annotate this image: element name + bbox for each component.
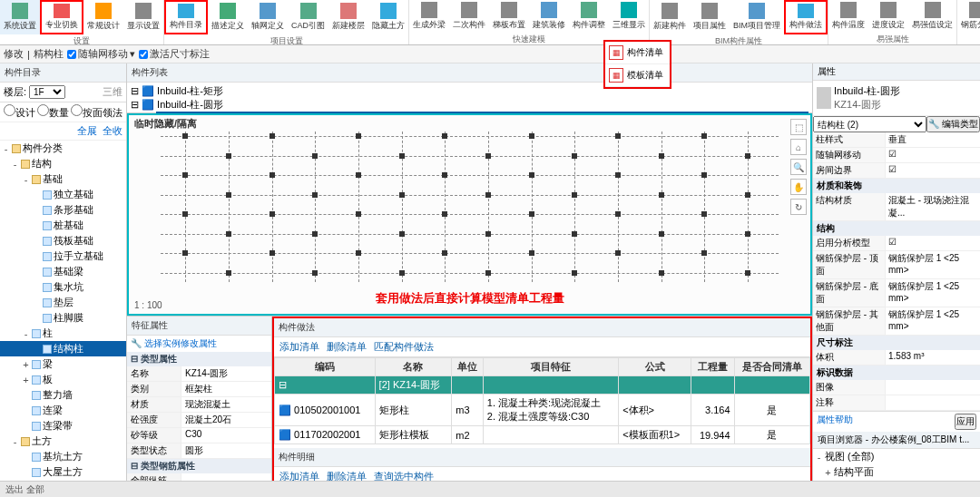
- pan-btn[interactable]: ✋: [790, 179, 807, 195]
- ribbon-新建楼层[interactable]: 新建楼层: [328, 0, 368, 34]
- struct-col-btn[interactable]: 精构柱: [34, 47, 64, 61]
- ribbon-显示设置[interactable]: 显示设置: [123, 0, 163, 34]
- follow-grid-checkbox[interactable]: 随轴网移动 ▾: [67, 47, 135, 61]
- ribbon-新建构件[interactable]: 新建构件: [650, 0, 690, 34]
- tree-node-基础梁[interactable]: 基础梁: [0, 264, 126, 279]
- quant-tab-添加清单[interactable]: 添加清单: [279, 340, 319, 354]
- ribbon-钢筋分析[interactable]: 钢筋分析: [957, 0, 980, 33]
- comp-family[interactable]: ⊟ 🟦 Inbuild-柱-矩形: [131, 84, 808, 98]
- ribbon-构件温度[interactable]: 构件温度: [828, 0, 868, 33]
- ribbon-CAD引图[interactable]: CAD引图: [288, 0, 328, 34]
- type-selector[interactable]: Inbuild-柱-圆形KZ14-圆形: [813, 81, 980, 116]
- prop-row[interactable]: 随轴网移动☑: [813, 148, 980, 163]
- tree-node-板[interactable]: +板: [0, 372, 126, 387]
- tree-node-大屋土方[interactable]: 大屋土方: [0, 464, 126, 480]
- component-tree[interactable]: -构件分类-结构-基础独立基础条形基础桩基础筏板基础拉手立基础基础梁集水坑垫层柱…: [0, 141, 126, 497]
- modify-btn[interactable]: 修改: [4, 47, 24, 61]
- tree-node-集水坑[interactable]: 集水坑: [0, 279, 126, 295]
- ribbon-易强值设定[interactable]: 易强值设定: [908, 0, 956, 33]
- activate-dim-checkbox[interactable]: 激活尺寸标注: [139, 47, 210, 61]
- prop-row[interactable]: 柱样式垂直: [813, 132, 980, 148]
- zoom-btn[interactable]: 🔍: [790, 159, 807, 175]
- ribbon-描述定义[interactable]: 描述定义: [208, 0, 248, 34]
- apply-btn[interactable]: 应用: [955, 414, 976, 430]
- filter-设计[interactable]: 设计: [4, 104, 35, 120]
- ribbon-构件目录[interactable]: 构件目录: [164, 0, 208, 34]
- ribbon-生成外梁[interactable]: 生成外梁: [409, 0, 449, 33]
- table-row[interactable]: 🟦 011702002001矩形柱模板m2<模板面积1>19.944是: [275, 426, 810, 444]
- ribbon-BIM项目管理[interactable]: BIM项目管理: [730, 0, 784, 34]
- tree-node-整力墙[interactable]: 整力墙: [0, 387, 126, 403]
- instance-select[interactable]: 结构柱 (2): [813, 116, 926, 132]
- quant-tab-匹配构件做法[interactable]: 匹配构件做法: [374, 340, 434, 354]
- dropdown-模板清单[interactable]: ▦模板清单: [605, 64, 670, 87]
- prop-row[interactable]: 钢筋保护层 - 顶面钢筋保护层 1 <25 mm>: [813, 251, 980, 279]
- ribbon-二次构件[interactable]: 二次构件: [449, 0, 489, 33]
- ribbon-三维显示[interactable]: 三维显示: [609, 0, 649, 33]
- dropdown-构件清单[interactable]: ▦构件清单: [605, 42, 670, 64]
- orbit-btn[interactable]: ↻: [790, 199, 807, 215]
- ribbon-隐藏土方[interactable]: 隐藏土方: [368, 0, 408, 34]
- ribbon-常规设计[interactable]: 常规设计: [83, 0, 123, 34]
- ribbon-轴网定义[interactable]: 轴网定义: [248, 0, 288, 34]
- ribbon-进度设定[interactable]: 进度设定: [868, 0, 908, 33]
- 3d-toggle-btn[interactable]: 三维: [103, 85, 122, 99]
- tree-node-构件分类[interactable]: -构件分类: [0, 141, 126, 156]
- table-row[interactable]: 🟦 010502001001矩形柱m31. 混凝土种类:现浇混凝土 2. 混凝土…: [275, 395, 810, 426]
- home-view-btn[interactable]: ⌂: [790, 139, 807, 155]
- prop-row[interactable]: 图像: [813, 380, 980, 395]
- tree-node-桩基础[interactable]: 桩基础: [0, 218, 126, 233]
- prop-row[interactable]: 房间边界☑: [813, 163, 980, 179]
- edit-type-btn[interactable]: 🔧 编辑类型: [926, 116, 980, 132]
- prop-row[interactable]: 体积1.583 m³: [813, 350, 980, 365]
- prop-section[interactable]: ⊟ 类型属性: [127, 352, 271, 366]
- comp-family[interactable]: ⊟ 🟦 Inbuild-柱-圆形: [131, 98, 808, 112]
- tree-node-连梁[interactable]: 连梁: [0, 403, 126, 418]
- ribbon-构件调整[interactable]: 构件调整: [569, 0, 609, 33]
- ribbon-项目属性[interactable]: 项目属性: [690, 0, 730, 34]
- tree-node-柱[interactable]: -柱: [0, 326, 126, 341]
- table-row[interactable]: ⊟ [2] KZ14-圆形: [275, 376, 810, 395]
- collapse-all-btn[interactable]: 全收: [103, 124, 122, 138]
- prop-row[interactable]: 钢筋保护层 - 其他面钢筋保护层 1 <25 mm>: [813, 307, 980, 336]
- nav-cube[interactable]: ⬚: [790, 119, 807, 135]
- tree-node-独立基础[interactable]: 独立基础: [0, 187, 126, 202]
- tree-node-拉手立基础[interactable]: 拉手立基础: [0, 248, 126, 264]
- ribbon-构件做法[interactable]: 构件做法: [784, 0, 828, 34]
- tree-node-基坑土方[interactable]: 基坑土方: [0, 449, 126, 464]
- prop-section[interactable]: ⊟ 类型钢筋属性: [127, 459, 271, 473]
- tree-node-结构[interactable]: -结构: [0, 156, 126, 171]
- tree-node-土方[interactable]: -土方: [0, 434, 126, 449]
- tree-node-柱脚膜[interactable]: 柱脚膜: [0, 310, 126, 326]
- tree-node-条形基础[interactable]: 条形基础: [0, 202, 126, 218]
- browser-node[interactable]: +结构平面: [813, 464, 980, 480]
- browser-node[interactable]: -视图 (全部): [813, 449, 980, 464]
- ribbon-系统设置[interactable]: 系统设置: [0, 0, 40, 34]
- prop-row[interactable]: 启用分析模型☑: [813, 236, 980, 251]
- tree-node-基础[interactable]: -基础: [0, 171, 126, 187]
- prop-row[interactable]: 类型状态圆形: [127, 443, 271, 459]
- quant-tab-删除清单[interactable]: 删除清单: [327, 340, 367, 354]
- floor-select[interactable]: 1F: [29, 85, 65, 99]
- scale-indicator[interactable]: 1 : 100: [134, 300, 162, 310]
- prop-row[interactable]: 名称KZ14-圆形: [127, 366, 271, 382]
- prop-row[interactable]: 注释: [813, 395, 980, 411]
- prop-help-link[interactable]: 属性帮助: [817, 414, 853, 430]
- prop-row[interactable]: 砼强度混凝土20石: [127, 413, 271, 428]
- ribbon-建筑装修[interactable]: 建筑装修: [529, 0, 569, 33]
- tree-node-梁[interactable]: +梁: [0, 356, 126, 372]
- filter-按面领法[interactable]: 按面领法: [71, 104, 122, 120]
- prop-row[interactable]: 钢筋保护层 - 底面钢筋保护层 1 <25 mm>: [813, 279, 980, 307]
- prop-row[interactable]: 类别框架柱: [127, 382, 271, 397]
- prop-row[interactable]: 结构材质混凝土 - 现场浇注混凝...: [813, 193, 980, 221]
- expand-all-btn[interactable]: 全展: [77, 124, 97, 138]
- plan-view-canvas[interactable]: 临时隐藏/隔离 ⬚ ⌂ 🔍 ✋ ↻ 套用做法后直接计算模型清单工程量 1 : 1…: [127, 113, 812, 316]
- prop-row[interactable]: 材质现浇混凝土: [127, 397, 271, 413]
- ribbon-专业切换[interactable]: 专业切换: [40, 0, 83, 34]
- filter-数量[interactable]: 数量: [37, 104, 69, 120]
- ribbon-梯板布置[interactable]: 梯板布置: [489, 0, 529, 33]
- tree-node-筏板基础[interactable]: 筏板基础: [0, 233, 126, 248]
- prop-row[interactable]: 砂等级C30: [127, 428, 271, 443]
- tree-node-连梁带[interactable]: 连梁带: [0, 418, 126, 434]
- tree-node-垫层[interactable]: 垫层: [0, 295, 126, 310]
